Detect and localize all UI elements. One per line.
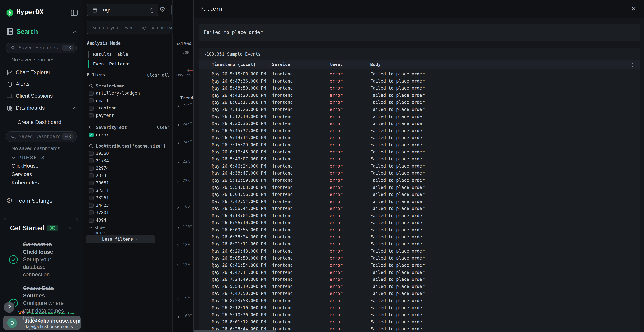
sample-event-row[interactable]: May 26 6:12:19.000 PM frontend error Fai…	[198, 113, 640, 120]
get-started-item[interactable]: Connect to ClickHouse Set up your databa…	[8, 241, 72, 278]
filter-option[interactable]: 21734	[89, 157, 166, 165]
filter-option[interactable]: 22974	[89, 164, 166, 172]
chevron-right-icon[interactable]	[174, 296, 178, 300]
chevron-right-icon[interactable]	[205, 221, 209, 225]
chevron-right-icon[interactable]	[205, 270, 209, 274]
chevron-right-icon[interactable]	[205, 249, 209, 253]
filter-option[interactable]: email	[89, 97, 166, 105]
sidebar-item-team-settings[interactable]: ⚙ Team Settings	[0, 196, 83, 205]
chevron-right-icon[interactable]	[205, 100, 209, 104]
chevron-right-icon[interactable]	[205, 306, 209, 310]
sample-event-row[interactable]: May 26 7:13:26.000 PM frontend error Fai…	[198, 106, 640, 113]
pattern-row-partial[interactable]: 120	[173, 224, 193, 230]
chevron-right-icon[interactable]	[174, 122, 178, 126]
sample-event-row[interactable]: May 26 5:10:59.000 PM frontend error Fai…	[198, 177, 640, 184]
saved-dashboards-input[interactable]	[18, 132, 60, 140]
chevron-right-icon[interactable]	[205, 157, 209, 161]
sample-event-row[interactable]: May 26 4:13:04.000 PM frontend error Fai…	[198, 212, 640, 219]
clear-link[interactable]: Clear	[157, 125, 170, 130]
sample-event-row[interactable]: May 26 8:04:56.000 PM frontend error Fai…	[198, 191, 640, 198]
sample-event-row[interactable]: May 26 4:38:47.000 PM frontend error Fai…	[198, 170, 640, 177]
search-icon[interactable]	[89, 144, 94, 148]
checkbox[interactable]	[89, 181, 94, 186]
chevron-right-icon[interactable]	[205, 115, 209, 118]
saved-dashboards-search[interactable]: ⌘K	[6, 131, 77, 142]
sample-event-row[interactable]: May 26 6:56:10.000 PM frontend error Fai…	[198, 219, 640, 226]
filter-option[interactable]: artillery-loadgen	[89, 90, 166, 97]
sidebar-item-alerts[interactable]: Alerts	[0, 79, 83, 88]
pattern-row-partial[interactable]: 60	[173, 295, 193, 300]
sample-event-row[interactable]: May 26 4:30:36.000 PM frontend error Fai…	[198, 120, 640, 127]
checkbox[interactable]	[89, 158, 94, 163]
checkbox[interactable]	[89, 113, 94, 118]
chevron-right-icon[interactable]	[174, 205, 178, 208]
pattern-row-partial[interactable]: 60	[173, 314, 193, 319]
checkbox[interactable]	[89, 91, 94, 96]
chevron-right-icon[interactable]	[205, 129, 209, 133]
pattern-row-partial[interactable]: 22K	[173, 103, 193, 108]
filter-option[interactable]: frontend	[89, 104, 166, 112]
horizontal-scrollbar[interactable]	[194, 330, 276, 332]
pattern-row-partial[interactable]: 120	[173, 262, 193, 268]
filter-option[interactable]: 33261	[89, 194, 166, 202]
chevron-right-icon[interactable]	[205, 79, 209, 83]
sample-event-row[interactable]: May 26 5:44:14.000 PM frontend error Fai…	[198, 134, 640, 141]
sidebar-item-dashboards[interactable]: Dashboards	[0, 103, 83, 112]
chevron-right-icon[interactable]	[205, 171, 209, 175]
filter-option[interactable]: 4894	[89, 216, 166, 224]
sample-event-row[interactable]: May 26 6:47:36.000 PM frontend error Fai…	[198, 78, 640, 85]
source-settings-gear-icon[interactable]: ⚙	[159, 5, 165, 13]
sample-event-row[interactable]: May 26 4:43:20.000 PM frontend error Fai…	[198, 92, 640, 99]
chevron-right-icon[interactable]	[205, 143, 209, 147]
sample-event-row[interactable]: May 26 6:09:55.000 PM frontend error Fai…	[198, 226, 640, 234]
analysis-option-event-patterns[interactable]: Event Patterns	[88, 60, 163, 68]
sample-event-row[interactable]: May 26 7:42:50.000 PM frontend error Fai…	[198, 290, 640, 297]
sample-event-row[interactable]: May 26 7:42:54.000 PM frontend error Fai…	[198, 198, 640, 205]
chevron-right-icon[interactable]	[205, 86, 209, 90]
table-options-kebab-icon[interactable]: ⋮	[630, 62, 635, 68]
chevron-right-icon[interactable]	[205, 292, 209, 296]
checkbox[interactable]	[89, 218, 94, 223]
chevron-right-icon[interactable]	[205, 214, 209, 218]
sample-event-row[interactable]: May 26 7:15:29.000 PM frontend error Fai…	[198, 141, 640, 148]
column-header-body[interactable]: Body	[370, 62, 381, 67]
filter-option[interactable]: ✓ error	[89, 131, 166, 139]
search-icon[interactable]	[89, 84, 94, 88]
chevron-right-icon[interactable]	[205, 192, 209, 196]
column-header-timestamp[interactable]: Timestamp (Local)	[212, 62, 256, 67]
sample-event-row[interactable]: May 26 5:54:03.000 PM frontend error Fai…	[198, 184, 640, 191]
filter-option[interactable]: 2333	[89, 172, 166, 180]
chevron-up-icon[interactable]	[72, 105, 77, 110]
sample-event-row[interactable]: May 26 6:35:24.000 PM frontend error Fai…	[198, 234, 640, 240]
chevron-right-icon[interactable]	[205, 313, 209, 317]
checkbox[interactable]	[89, 173, 94, 178]
clear-all-link[interactable]: Clear all	[147, 73, 170, 78]
preset-item[interactable]: Services	[12, 171, 72, 180]
chevron-right-icon[interactable]	[205, 235, 209, 239]
chevron-right-icon[interactable]	[205, 164, 209, 168]
filter-option[interactable]: 19350	[89, 150, 166, 157]
column-header-service[interactable]: Service	[272, 62, 290, 67]
sample-event-row[interactable]: May 26 8:16:45.000 PM frontend error Fai…	[198, 148, 640, 156]
user-menu[interactable]: D dale@clickhouse.com dale@clickhouse.co…	[3, 316, 81, 330]
chevron-right-icon[interactable]	[205, 242, 209, 246]
sample-event-row[interactable]: May 26 5:49:07.000 PM frontend error Fai…	[198, 156, 640, 162]
checkbox[interactable]	[89, 210, 94, 215]
sample-event-row[interactable]: May 26 7:24:49.000 PM frontend error Fai…	[198, 276, 640, 283]
chevron-right-icon[interactable]	[174, 225, 178, 229]
sample-event-row[interactable]: May 26 5:05:59.000 PM frontend error Fai…	[198, 254, 640, 262]
create-dashboard-button[interactable]: + Create Dashboard	[0, 118, 83, 127]
pattern-row-partial[interactable]: 24K	[173, 140, 193, 145]
sample-event-row[interactable]: May 26 5:56:44.000 PM frontend error Fai…	[198, 205, 640, 212]
checkbox-checked[interactable]: ✓	[89, 132, 94, 138]
filter-option[interactable]: 29081	[89, 180, 166, 187]
chevron-right-icon[interactable]	[205, 122, 209, 126]
help-button[interactable]: ?	[4, 302, 14, 313]
pattern-row-partial[interactable]: 22K	[173, 159, 193, 164]
chevron-right-icon[interactable]	[205, 200, 209, 204]
sidebar-item-client-sessions[interactable]: Client Sessions	[0, 91, 83, 100]
preset-item[interactable]: Kubernetes	[12, 180, 72, 188]
sample-event-row[interactable]: May 26 4:42:11.000 PM frontend error Fai…	[198, 269, 640, 276]
chevron-right-icon[interactable]	[205, 72, 209, 76]
sidebar-item-chart-explorer[interactable]: Chart Explorer	[0, 68, 83, 77]
